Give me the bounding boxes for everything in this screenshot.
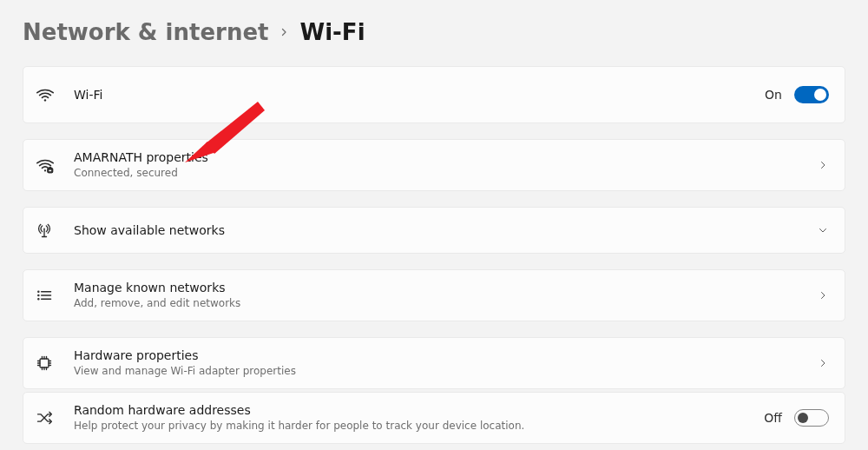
chevron-right-icon (817, 357, 829, 369)
row-trailing (817, 224, 829, 236)
known-networks-row[interactable]: Manage known networks Add, remove, and e… (23, 269, 845, 321)
row-subtitle: Add, remove, and edit networks (74, 297, 817, 309)
row-trailing (817, 289, 829, 301)
hardware-properties-row[interactable]: Hardware properties View and manage Wi-F… (23, 337, 845, 389)
antenna-icon (36, 221, 74, 240)
row-title: Hardware properties (74, 348, 817, 363)
random-hw-toggle[interactable] (794, 409, 829, 427)
settings-list: Wi-Fi On AMARNAT (23, 66, 845, 444)
svg-rect-11 (40, 359, 49, 367)
random-hw-addresses-row[interactable]: Random hardware addresses Help protect y… (23, 392, 845, 444)
chevron-right-icon (817, 289, 829, 301)
breadcrumb-current: Wi-Fi (299, 19, 365, 45)
settings-page: Network & internet Wi-Fi Wi-Fi On (0, 0, 868, 444)
breadcrumb: Network & internet Wi-Fi (23, 19, 845, 45)
svg-point-7 (38, 299, 39, 300)
svg-point-5 (38, 291, 39, 292)
wifi-toggle[interactable] (794, 86, 829, 103)
chip-icon (36, 354, 74, 372)
row-text: AMARNATH properties Connected, secured (74, 150, 817, 179)
row-text: Show available networks (74, 223, 817, 238)
current-network-row[interactable]: AMARNATH properties Connected, secured (23, 139, 845, 191)
shuffle-icon (36, 409, 74, 427)
row-title: Random hardware addresses (74, 403, 764, 418)
row-subtitle: View and manage Wi-Fi adapter properties (74, 365, 817, 377)
row-text: Hardware properties View and manage Wi-F… (74, 348, 817, 377)
row-title: AMARNATH properties (74, 150, 817, 165)
row-trailing: On (765, 86, 829, 103)
row-subtitle: Help protect your privacy by making it h… (74, 420, 764, 432)
toggle-state-label: Off (764, 411, 782, 425)
svg-point-1 (44, 169, 46, 171)
row-title: Wi-Fi (74, 88, 765, 103)
wifi-icon (36, 85, 74, 104)
row-text: Random hardware addresses Help protect y… (74, 403, 764, 432)
row-text: Manage known networks Add, remove, and e… (74, 281, 817, 309)
chevron-right-icon (817, 159, 829, 171)
row-text: Wi-Fi (74, 88, 765, 103)
row-trailing (817, 357, 829, 369)
row-trailing (817, 159, 829, 171)
list-icon (36, 287, 74, 304)
row-trailing: Off (764, 409, 829, 427)
wifi-secured-icon (36, 156, 74, 175)
breadcrumb-parent[interactable]: Network & internet (23, 19, 268, 45)
row-title: Show available networks (74, 223, 817, 238)
row-title: Manage known networks (74, 281, 817, 295)
chevron-right-icon (279, 27, 289, 37)
svg-point-6 (38, 295, 39, 296)
chevron-down-icon (817, 224, 829, 236)
toggle-state-label: On (765, 88, 782, 102)
wifi-toggle-row[interactable]: Wi-Fi On (23, 66, 845, 123)
available-networks-row[interactable]: Show available networks (23, 207, 845, 254)
svg-point-0 (44, 99, 46, 101)
row-subtitle: Connected, secured (74, 167, 817, 179)
